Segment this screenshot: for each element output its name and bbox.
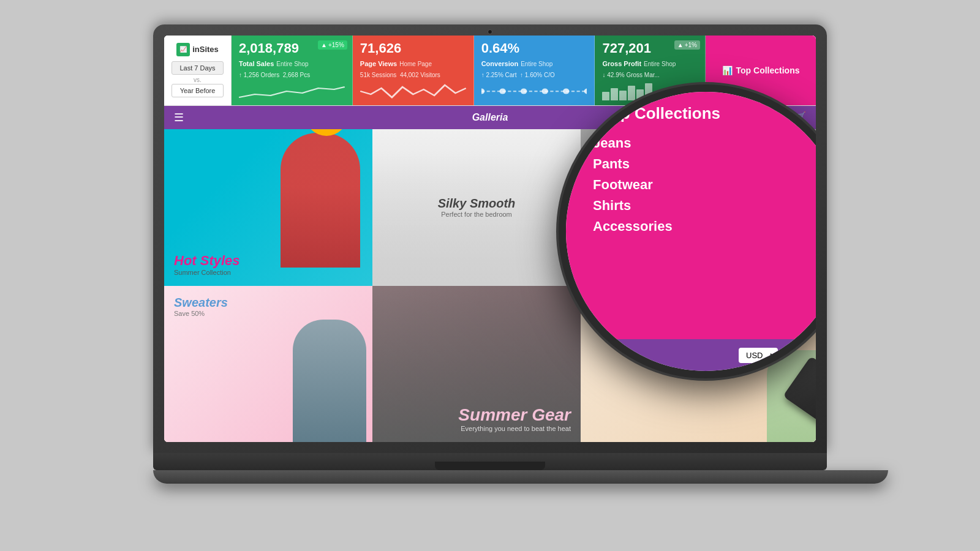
list-item: Shirts	[593, 195, 816, 216]
page-views-sublabel: Home Page	[399, 61, 432, 67]
silky-smooth-subtitle: Perfect for the bedroom	[441, 211, 512, 218]
conversion-sublabel: Entire Shop	[521, 61, 552, 67]
silky-smooth-panel: Silky Smooth Perfect for the bedroom	[372, 129, 581, 286]
gross-profit-badge: ▲ +1%	[674, 40, 700, 50]
insites-brand: 📈 inSites	[176, 43, 219, 56]
hot-styles-title: Hot Styles	[174, 253, 363, 269]
hot-styles-panel: Hot Styles Summer Collection	[164, 129, 372, 286]
insites-icon: 📈	[176, 43, 190, 56]
total-sales-detail: ↑ 1,256 Orders 2,668 Pcs	[239, 72, 345, 78]
top-collections-expanded: 📊 Top Collections Jeans Pants Footwear S…	[566, 92, 816, 339]
list-item: Pants	[593, 154, 816, 174]
mag-currency-select[interactable]: USD EUR	[739, 348, 778, 363]
summer-gear-title: Summer Gear	[458, 405, 571, 425]
top-collections-header-label: 📊 Top Collections	[722, 66, 800, 75]
magnifier-content: 📊 Top Collections Jeans Pants Footwear S…	[566, 92, 816, 371]
laptop-shell: 📈 inSites Last 7 Days vs. Year Before ▲	[153, 24, 827, 527]
total-sales-chart	[239, 82, 345, 100]
page-views-chart	[360, 82, 466, 100]
total-sales-label: Total Sales	[239, 60, 274, 67]
page-views-detail: 51k Sessions 44,002 Visitors	[360, 72, 466, 78]
conversion-detail: ↑ 2.25% Cart ↑ 1.60% C/O	[481, 72, 587, 78]
conversion-label-row: Conversion Entire Shop	[481, 60, 587, 67]
summer-gear-subtitle: Everything you need to beat the heat	[461, 425, 571, 432]
hamburger-icon[interactable]: ☰	[174, 111, 184, 124]
hot-styles-subtitle: Summer Collection	[174, 269, 363, 276]
list-item: Jeans	[593, 133, 816, 154]
top-collections-icon: 📊	[722, 66, 733, 75]
conversion-value: 0.64%	[481, 40, 587, 56]
conversion-card: 0.64% Conversion Entire Shop ↑ 2.25% Car…	[474, 36, 595, 105]
list-item: Accessories	[593, 216, 816, 237]
year-before-button[interactable]: Year Before	[172, 84, 224, 97]
total-sales-label-row: Total Sales Entire Shop	[239, 60, 345, 67]
page-views-label-row: Page Views Home Page	[360, 60, 466, 67]
conversion-label: Conversion	[481, 60, 519, 67]
gross-profit-label-row: Gross Profit Entire Shop	[602, 60, 698, 67]
page-views-label: Page Views	[360, 60, 397, 67]
page-views-value: 71,626	[360, 40, 466, 56]
laptop-base	[153, 470, 888, 484]
sweaters-title: Sweaters	[174, 296, 363, 310]
sweaters-panel: Sweaters Save 50%	[164, 286, 372, 443]
laptop-bottom	[153, 453, 827, 470]
screen-wrapper: 📈 inSites Last 7 Days vs. Year Before ▲	[164, 36, 816, 442]
laptop-screen: 📈 inSites Last 7 Days vs. Year Before ▲	[164, 36, 816, 442]
vs-label: vs.	[194, 77, 202, 83]
last-7-days-button[interactable]: Last 7 Days	[172, 61, 224, 75]
insites-logo-panel: 📈 inSites Last 7 Days vs. Year Before	[164, 36, 232, 105]
total-sales-card: ▲ +15% 2,018,789 Total Sales Entire Shop…	[232, 36, 353, 105]
page-views-card: 71,626 Page Views Home Page 51k Sessions…	[353, 36, 474, 105]
silky-smooth-title: Silky Smooth	[438, 197, 516, 211]
gross-profit-label: Gross Profit	[602, 60, 641, 67]
laptop-top: 📈 inSites Last 7 Days vs. Year Before ▲	[153, 24, 827, 453]
total-sales-badge: ▲ +15%	[318, 40, 347, 50]
nav-title: Galleria	[472, 112, 508, 123]
camera-dot	[488, 29, 492, 34]
summer-gear-panel: Summer Gear Everything you need to beat …	[372, 286, 581, 443]
insites-brand-name: inSites	[192, 45, 219, 54]
tc-list: Jeans Pants Footwear Shirts Accessories	[581, 133, 816, 237]
gross-profit-detail: ↓ 42.9% Gross Mar...	[602, 72, 698, 78]
list-item: Footwear	[593, 174, 816, 195]
total-sales-sublabel: Entire Shop	[276, 61, 308, 67]
hot-styles-text: Hot Styles Summer Collection	[174, 253, 363, 276]
gross-profit-sublabel: Entire Shop	[644, 61, 676, 67]
sweaters-subtitle: Save 50%	[174, 310, 363, 317]
conversion-chart	[481, 82, 587, 100]
